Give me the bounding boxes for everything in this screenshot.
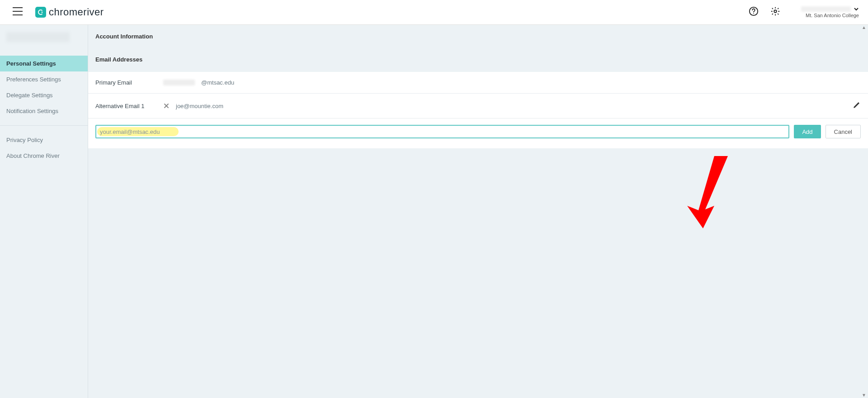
sidebar-item-preferences-settings[interactable]: Preferences Settings — [0, 71, 88, 87]
sidebar-separator — [0, 125, 88, 126]
main-content: Account Information Email Addresses Prim… — [88, 25, 868, 398]
svg-point-1 — [753, 13, 754, 14]
new-email-input[interactable] — [95, 125, 789, 138]
section-title: Account Information — [88, 25, 868, 45]
alternative-email-text: joe@mountie.com — [176, 103, 223, 109]
remove-email-icon[interactable] — [163, 103, 170, 109]
add-email-row: Add Cancel — [88, 118, 868, 148]
org-name: Mt. San Antonio College — [806, 13, 859, 18]
logo-mark-icon — [35, 7, 46, 18]
chevron-down-icon — [854, 6, 859, 12]
sidebar-item-personal-settings[interactable]: Personal Settings — [0, 56, 88, 71]
sub-title-email-addresses: Email Addresses — [88, 45, 868, 72]
sidebar-user-name-redacted — [6, 32, 70, 42]
red-arrow-annotation-icon — [683, 152, 737, 228]
add-button[interactable]: Add — [794, 125, 821, 138]
alternative-email-row: Alternative Email 1 joe@mountie.com — [88, 94, 868, 118]
sidebar-item-label: Notification Settings — [6, 108, 58, 114]
settings-sidebar: Personal Settings Preferences Settings D… — [0, 25, 88, 398]
brand-logo[interactable]: chromeriver — [35, 6, 104, 18]
alternative-email-label: Alternative Email 1 — [95, 103, 163, 109]
sidebar-item-notification-settings[interactable]: Notification Settings — [0, 103, 88, 119]
org-dropdown[interactable]: Mt. San Antonio College — [796, 6, 859, 18]
primary-email-prefix-redacted — [163, 80, 195, 85]
user-name-redacted — [801, 6, 851, 12]
sidebar-item-label: Preferences Settings — [6, 76, 61, 83]
sidebar-item-about[interactable]: About Chrome River — [0, 148, 88, 164]
brand-name: chromeriver — [49, 6, 104, 18]
settings-gear-icon[interactable] — [770, 6, 780, 18]
sidebar-item-label: Delegate Settings — [6, 92, 53, 99]
primary-email-label: Primary Email — [95, 79, 163, 86]
sidebar-item-label: Personal Settings — [6, 60, 56, 67]
body: Personal Settings Preferences Settings D… — [0, 25, 868, 398]
sidebar-item-label: Privacy Policy — [6, 137, 43, 143]
email-panel: Primary Email @mtsac.edu Alternative Ema… — [88, 72, 868, 148]
primary-email-row: Primary Email @mtsac.edu — [88, 72, 868, 94]
app-header: chromeriver Mt. San Antonio College — [0, 0, 868, 25]
primary-email-suffix: @mtsac.edu — [201, 79, 234, 86]
menu-hamburger-icon[interactable] — [13, 7, 23, 17]
alternative-email-value: joe@mountie.com — [163, 103, 223, 109]
sidebar-user-block — [0, 25, 88, 56]
cancel-button[interactable]: Cancel — [826, 125, 861, 138]
svg-point-2 — [774, 10, 777, 13]
sidebar-item-delegate-settings[interactable]: Delegate Settings — [0, 87, 88, 103]
header-left: chromeriver — [13, 6, 104, 18]
scrollbar-up-icon[interactable]: ▲ — [862, 25, 867, 30]
email-input-wrap — [95, 125, 789, 138]
help-icon[interactable] — [749, 6, 759, 18]
sidebar-item-privacy-policy[interactable]: Privacy Policy — [0, 132, 88, 148]
edit-pencil-icon[interactable] — [853, 101, 861, 111]
header-right: Mt. San Antonio College — [749, 6, 859, 18]
primary-email-value: @mtsac.edu — [163, 79, 234, 86]
scrollbar-down-icon[interactable]: ▼ — [862, 393, 867, 398]
sidebar-item-label: About Chrome River — [6, 152, 60, 159]
